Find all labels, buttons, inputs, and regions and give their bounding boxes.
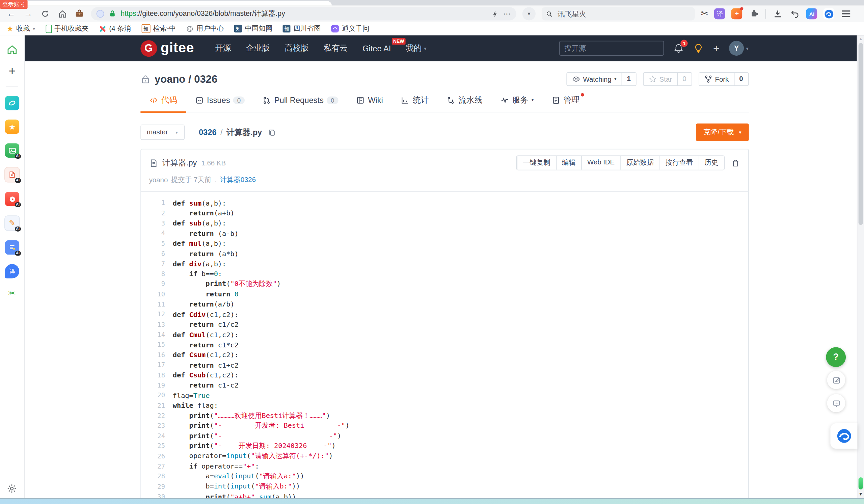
help-float-button[interactable]: ? [826, 347, 846, 367]
forward-button[interactable]: → [23, 8, 34, 19]
file-action-button[interactable]: 按行查看 [659, 156, 698, 170]
new-badge: NEW [392, 38, 406, 45]
fork-button[interactable]: Fork [699, 73, 734, 86]
user-menu[interactable]: Y ▾ [729, 41, 748, 56]
copy-path-icon[interactable] [268, 128, 276, 136]
nav-open-source[interactable]: 开源 [215, 43, 231, 53]
file-action-button[interactable]: 原始数据 [620, 156, 659, 170]
tab-issues[interactable]: Issues0 [186, 94, 253, 112]
sidebar-app-translate[interactable]: 译 [5, 264, 19, 278]
menu-button[interactable] [840, 8, 852, 19]
workspace-button[interactable] [74, 8, 85, 19]
watch-button[interactable]: Watching▾ [567, 73, 621, 86]
page-scrollbar[interactable]: ▲ ▼ [857, 35, 864, 504]
login-account-tag[interactable]: 登录账号 [0, 0, 28, 9]
gitee-search-input[interactable] [560, 41, 664, 56]
screenshot-scissors-icon[interactable]: ✂ [701, 10, 708, 18]
gear-icon [7, 483, 17, 494]
sidebar-app-notes-ai[interactable]: ✎ AI [4, 215, 20, 231]
line-number: 1 [141, 199, 173, 207]
sidebar-app-video-ai[interactable]: AI [5, 192, 19, 206]
tab-services[interactable]: 服务▾ [491, 94, 543, 112]
nav-private-cloud[interactable]: 私有云 [324, 43, 348, 53]
sidebar-add-button[interactable]: + [9, 65, 15, 77]
site-permission-icon[interactable] [97, 10, 104, 17]
fork-count[interactable]: 0 [734, 73, 748, 86]
browser-search-box[interactable] [542, 7, 695, 20]
gitee-logo[interactable]: G gitee [141, 40, 194, 56]
feedback-float-button[interactable] [827, 371, 845, 389]
file-action-button[interactable]: 历史 [698, 156, 723, 170]
comments-float-button[interactable] [827, 394, 845, 412]
sidebar-settings-button[interactable] [7, 483, 17, 494]
commit-author[interactable]: yoano [149, 176, 168, 184]
file-action-button[interactable]: 编辑 [556, 156, 581, 170]
nav-gitee-ai[interactable]: Gitee AINEW [362, 44, 391, 53]
sidebar-app-quark[interactable] [5, 96, 19, 110]
create-new-button[interactable]: + [713, 43, 720, 54]
sidebar-app-image-ai[interactable]: AI [5, 143, 19, 157]
watch-count[interactable]: 1 [621, 73, 636, 86]
bookmark-messages[interactable]: (4 条消 [99, 24, 131, 33]
nav-mine[interactable]: 我的▾ [406, 43, 426, 53]
bookmark-favorites[interactable]: ★收藏▾ [7, 24, 35, 33]
tab-pull-requests[interactable]: Pull Requests0 [253, 94, 347, 112]
notifications-button[interactable]: 1 [674, 43, 684, 53]
code-text: flag=True [173, 391, 210, 399]
tab-wiki[interactable]: Wiki [347, 94, 392, 112]
tab-code[interactable]: 代码 [141, 94, 186, 112]
scroll-up-arrow[interactable]: ▲ [857, 36, 864, 41]
url-text[interactable]: https://gitee.com/yoano/0326/blob/master… [121, 9, 487, 19]
downloads-button[interactable] [772, 8, 783, 19]
back-button[interactable]: ← [5, 8, 16, 19]
browser-search-input[interactable] [556, 9, 691, 19]
clone-download-button[interactable]: 克隆/下载▾ [696, 123, 748, 141]
game-extension-icon[interactable]: + [731, 8, 743, 19]
bookmark-retrieval[interactable]: 知检索-中 [141, 24, 176, 33]
scrollbar-thumb[interactable] [859, 43, 863, 225]
line-number: 27 [141, 463, 173, 470]
ai-assistant-icon[interactable]: AI [806, 8, 817, 19]
ai-badge: AI [14, 226, 21, 231]
bookmark-mobile-favorites[interactable]: 手机收藏夹 [46, 24, 89, 33]
delete-file-icon[interactable] [731, 158, 740, 167]
assistant-float-widget[interactable] [830, 423, 857, 449]
sidebar-scissors-button[interactable]: ✂ [8, 288, 16, 299]
tab-pipelines[interactable]: 流水线 [437, 94, 491, 112]
nav-enterprise[interactable]: 企业版 [246, 43, 270, 53]
sidebar-app-favorites[interactable]: ★ [5, 120, 19, 134]
star-count[interactable]: 0 [677, 73, 691, 86]
home-button[interactable] [57, 8, 68, 19]
url-more-icon[interactable]: ⋯ [503, 10, 511, 17]
sidebar-home-button[interactable] [6, 44, 18, 56]
url-dropdown-button[interactable]: ▾ [523, 7, 536, 20]
bookmark-cnki[interactable]: 知中国知网 [234, 24, 272, 33]
sidebar-app-qa-ai[interactable]: AI [5, 240, 19, 254]
bookmark-sichuan-library[interactable]: 知四川省图 [283, 24, 321, 33]
lightning-icon[interactable] [491, 10, 499, 17]
browser-logo-icon[interactable] [824, 8, 835, 19]
undo-history-button[interactable] [789, 8, 801, 19]
sidebar-app-pdf-ai[interactable]: AI [4, 167, 20, 183]
url-bar[interactable]: https://gitee.com/yoano/0326/blob/master… [91, 7, 516, 20]
commit-message-link[interactable]: 计算器0326 [220, 175, 256, 185]
nav-education[interactable]: 高校版 [285, 43, 309, 53]
browser-active-tab[interactable] [5, 1, 332, 5]
breadcrumb-repo-link[interactable]: 0326 [199, 128, 217, 137]
code-line: 20 flag=True [141, 390, 748, 400]
line-number: 13 [141, 321, 173, 328]
star-button[interactable]: Star [643, 73, 677, 86]
bookmark-user-center[interactable]: 用户中心 [186, 24, 224, 33]
branch-selector[interactable]: master▾ [141, 124, 184, 140]
file-action-button[interactable]: Web IDE [581, 156, 620, 170]
scrollbar-green-indicator[interactable] [859, 477, 863, 490]
file-action-button[interactable]: 一键复制 [517, 156, 556, 170]
translate-extension-icon[interactable]: 译 [715, 8, 725, 19]
scroll-down-arrow[interactable]: ▼ [857, 491, 864, 496]
reload-button[interactable] [40, 8, 51, 19]
tab-manage[interactable]: 管理 [543, 94, 589, 112]
bulb-icon[interactable] [693, 43, 704, 53]
extensions-button[interactable] [748, 8, 760, 19]
bookmark-tongyi[interactable]: 通义千问 [332, 24, 370, 33]
tab-statistics[interactable]: 统计 [392, 94, 438, 112]
